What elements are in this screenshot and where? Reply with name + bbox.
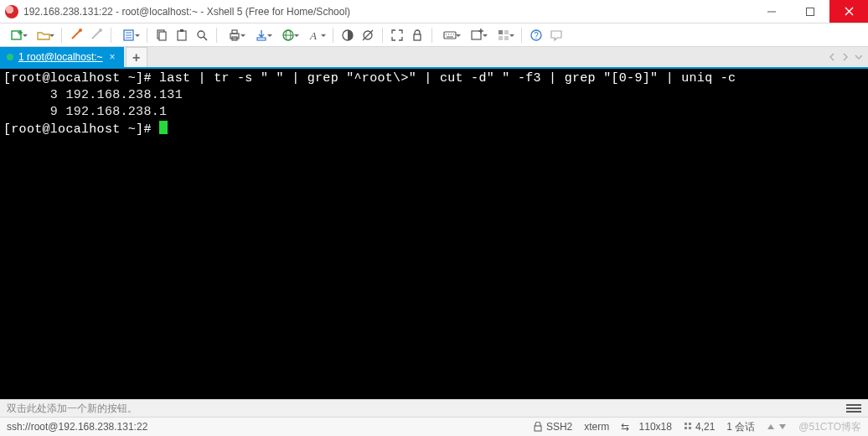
- window-controls: [752, 0, 868, 23]
- statusbar: ssh://root@192.168.238.131:22 SSH2 xterm…: [0, 418, 868, 436]
- tab-nav-prev-icon[interactable]: [828, 53, 836, 61]
- font-button[interactable]: A: [303, 27, 327, 44]
- terminal-line: [root@localhost ~]# last | tr -s " " | g…: [3, 70, 863, 87]
- window-title: 192.168.238.131:22 - root@localhost:~ - …: [23, 6, 752, 18]
- open-button[interactable]: [32, 27, 55, 44]
- app-icon: [5, 5, 18, 18]
- lock-icon: [533, 422, 543, 432]
- copy-button[interactable]: [153, 27, 170, 44]
- arrow-down-icon[interactable]: [778, 423, 787, 431]
- toolbar: A ?: [0, 23, 868, 47]
- feedback-button[interactable]: [548, 27, 565, 44]
- svg-rect-31: [444, 32, 456, 39]
- hamburger-icon[interactable]: [846, 404, 861, 413]
- svg-rect-47: [685, 423, 687, 425]
- toolbar-separator: [382, 28, 383, 43]
- terminal-line: [root@localhost ~]#: [3, 121, 863, 138]
- disconnect-button[interactable]: [88, 27, 105, 44]
- tab-active[interactable]: 1 root@localhost:~ ×: [0, 47, 124, 67]
- svg-rect-14: [159, 32, 166, 40]
- toolbar-separator: [61, 28, 62, 43]
- toolbar-separator: [216, 28, 217, 43]
- status-term-type: xterm: [584, 421, 609, 433]
- toolbar-separator: [147, 28, 147, 43]
- highlight-button[interactable]: [359, 27, 376, 44]
- titlebar: 192.168.238.131:22 - root@localhost:~ - …: [0, 0, 868, 23]
- print-button[interactable]: [223, 27, 246, 44]
- status-size: ⇆ 110x18: [621, 421, 672, 433]
- tab-close-button[interactable]: ×: [108, 51, 117, 63]
- status-connection: ssh://root@192.168.238.131:22: [7, 421, 147, 433]
- keyboard-button[interactable]: [438, 27, 462, 44]
- svg-point-17: [198, 31, 204, 38]
- svg-point-8: [99, 29, 102, 32]
- svg-rect-30: [414, 34, 421, 40]
- arrow-up-icon[interactable]: [767, 423, 775, 431]
- terminal-line: 3 192.168.238.131: [3, 87, 863, 104]
- fullscreen-button[interactable]: [389, 27, 406, 44]
- quick-button-hint: 双击此处添加一个新的按钮。: [7, 402, 137, 416]
- lock-button[interactable]: [409, 27, 426, 44]
- tab-label: 1 root@localhost:~: [18, 51, 103, 63]
- toolbar-separator: [111, 28, 111, 43]
- globe-button[interactable]: [276, 27, 300, 44]
- tab-nav: [828, 47, 868, 67]
- tab-nav-menu-icon[interactable]: [855, 53, 863, 61]
- tab-nav-next-icon[interactable]: [841, 53, 850, 61]
- maximize-button[interactable]: [791, 0, 829, 23]
- svg-rect-41: [504, 30, 509, 34]
- svg-rect-42: [499, 36, 503, 40]
- tab-add-button[interactable]: +: [126, 47, 147, 67]
- svg-rect-43: [504, 36, 509, 40]
- new-window-button[interactable]: [465, 27, 488, 44]
- paste-button[interactable]: [173, 27, 190, 44]
- color-scheme-button[interactable]: [339, 27, 356, 44]
- svg-point-7: [79, 29, 82, 32]
- svg-line-29: [363, 30, 373, 40]
- help-button[interactable]: ?: [528, 27, 545, 44]
- toolbar-separator: [333, 28, 333, 43]
- svg-rect-1: [807, 8, 814, 15]
- status-protocol: SSH2: [533, 421, 572, 433]
- status-nav: [767, 423, 787, 431]
- svg-text:A: A: [309, 29, 317, 42]
- new-session-button[interactable]: [5, 27, 28, 44]
- status-cursor-pos: 4,21: [684, 421, 715, 433]
- connection-status-dot: [7, 54, 13, 60]
- cursor: [159, 121, 168, 134]
- find-button[interactable]: [194, 27, 210, 44]
- svg-rect-20: [232, 30, 237, 34]
- tabstrip: 1 root@localhost:~ × +: [0, 47, 868, 69]
- tile-button[interactable]: [492, 27, 515, 44]
- quick-button-area[interactable]: 双击此处添加一个新的按钮。: [0, 399, 868, 418]
- svg-text:?: ?: [534, 31, 539, 40]
- svg-rect-46: [535, 426, 541, 431]
- svg-rect-50: [689, 427, 691, 429]
- status-sessions: 1 会话: [726, 420, 755, 434]
- grid-icon: [684, 422, 692, 432]
- svg-rect-22: [257, 38, 266, 40]
- svg-line-18: [204, 37, 207, 40]
- terminal[interactable]: [root@localhost ~]# last | tr -s " " | g…: [0, 69, 868, 399]
- watermark: @51CTO博客: [798, 420, 861, 434]
- svg-rect-49: [685, 427, 687, 429]
- toolbar-separator: [431, 28, 432, 43]
- reconnect-button[interactable]: [68, 27, 85, 44]
- svg-rect-16: [180, 29, 183, 32]
- minimize-button[interactable]: [752, 0, 791, 23]
- svg-rect-15: [178, 31, 186, 40]
- transfer-button[interactable]: [250, 27, 273, 44]
- terminal-line: 9 192.168.238.1: [3, 104, 863, 121]
- toolbar-separator: [521, 28, 522, 43]
- svg-rect-40: [499, 30, 503, 34]
- svg-rect-37: [472, 31, 481, 39]
- svg-rect-48: [689, 423, 691, 425]
- properties-button[interactable]: [117, 27, 141, 44]
- close-button[interactable]: [829, 0, 868, 23]
